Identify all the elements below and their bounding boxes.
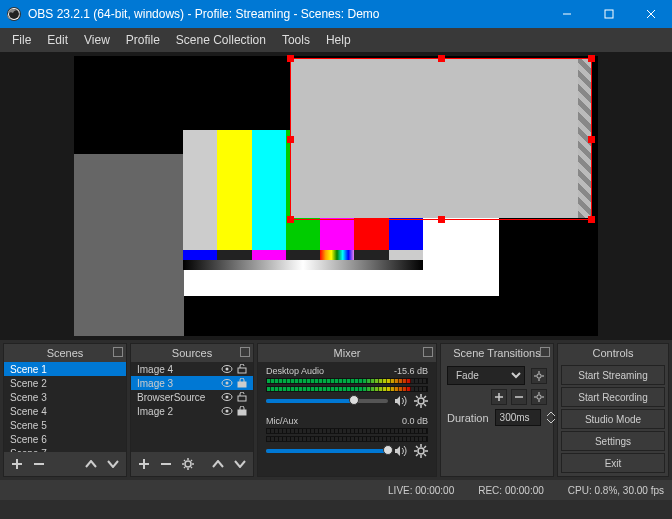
scene-item[interactable]: Scene 1 bbox=[4, 362, 126, 376]
audio-meter bbox=[266, 436, 428, 442]
source-item[interactable]: BrowserSource bbox=[131, 390, 253, 404]
add-transition-button[interactable] bbox=[491, 389, 507, 405]
scene-transitions-panel: Scene Transitions Fade Duration bbox=[440, 343, 554, 477]
move-scene-down-button[interactable] bbox=[106, 457, 120, 471]
audio-meter bbox=[266, 386, 428, 392]
move-source-up-button[interactable] bbox=[211, 457, 225, 471]
close-button[interactable] bbox=[630, 0, 672, 28]
scenes-title: Scenes bbox=[4, 344, 126, 362]
transition-select[interactable]: Fade bbox=[447, 366, 525, 385]
remove-source-button[interactable] bbox=[159, 457, 173, 471]
color-bars-sub-icon bbox=[183, 250, 423, 260]
source-properties-button[interactable] bbox=[181, 457, 195, 471]
preview-area[interactable] bbox=[0, 52, 672, 340]
lock-icon[interactable] bbox=[237, 392, 247, 402]
pop-out-icon[interactable] bbox=[540, 347, 550, 357]
control-button-settings[interactable]: Settings bbox=[561, 431, 665, 451]
menu-tools[interactable]: Tools bbox=[274, 29, 318, 51]
maximize-button[interactable] bbox=[588, 0, 630, 28]
window-title: OBS 23.2.1 (64-bit, windows) - Profile: … bbox=[28, 7, 546, 21]
status-bar: LIVE: 00:00:00 REC: 00:00:00 CPU: 0.8%, … bbox=[0, 480, 672, 500]
control-button-start-recording[interactable]: Start Recording bbox=[561, 387, 665, 407]
svg-line-39 bbox=[416, 396, 418, 398]
minimize-button[interactable] bbox=[546, 0, 588, 28]
control-button-exit[interactable]: Exit bbox=[561, 453, 665, 473]
move-source-down-button[interactable] bbox=[233, 457, 247, 471]
speaker-icon[interactable] bbox=[394, 444, 408, 458]
mixer-channel: Desktop Audio-15.6 dB bbox=[258, 362, 436, 412]
lock-icon[interactable] bbox=[237, 378, 247, 388]
svg-line-31 bbox=[191, 467, 192, 468]
menu-help[interactable]: Help bbox=[318, 29, 359, 51]
scene-item[interactable]: Scene 5 bbox=[4, 418, 126, 432]
svg-line-51 bbox=[424, 446, 426, 448]
sources-list[interactable]: Image 4Image 3BrowserSourceImage 2 bbox=[131, 362, 253, 452]
menu-edit[interactable]: Edit bbox=[39, 29, 76, 51]
move-scene-up-button[interactable] bbox=[84, 457, 98, 471]
remove-transition-button[interactable] bbox=[511, 389, 527, 405]
source-item[interactable]: Image 3 bbox=[131, 376, 253, 390]
transition-settings-button[interactable] bbox=[531, 389, 547, 405]
remove-scene-button[interactable] bbox=[32, 457, 46, 471]
svg-line-48 bbox=[416, 446, 418, 448]
duration-spinner[interactable] bbox=[547, 410, 555, 426]
scenes-panel: Scenes Scene 1Scene 2Scene 3Scene 4Scene… bbox=[3, 343, 127, 477]
scene-item[interactable]: Scene 3 bbox=[4, 390, 126, 404]
scene-item[interactable]: Scene 6 bbox=[4, 432, 126, 446]
volume-slider[interactable] bbox=[266, 449, 388, 453]
obs-logo-icon bbox=[6, 6, 22, 22]
svg-line-42 bbox=[424, 396, 426, 398]
menubar: File Edit View Profile Scene Collection … bbox=[0, 28, 672, 52]
volume-slider[interactable] bbox=[266, 399, 388, 403]
pop-out-icon[interactable] bbox=[113, 347, 123, 357]
lock-icon[interactable] bbox=[237, 364, 247, 374]
preview-canvas[interactable] bbox=[74, 56, 598, 336]
menu-scene-collection[interactable]: Scene Collection bbox=[168, 29, 274, 51]
pop-out-icon[interactable] bbox=[240, 347, 250, 357]
source-rect-gray bbox=[290, 58, 578, 218]
visibility-icon[interactable] bbox=[221, 406, 233, 416]
svg-rect-15 bbox=[238, 382, 246, 387]
svg-point-43 bbox=[418, 448, 424, 454]
svg-point-20 bbox=[226, 410, 229, 413]
mixer-title: Mixer bbox=[258, 344, 436, 362]
pop-out-icon[interactable] bbox=[423, 347, 433, 357]
visibility-icon[interactable] bbox=[221, 392, 233, 402]
source-item[interactable]: Image 4 bbox=[131, 362, 253, 376]
channel-settings-icon[interactable] bbox=[414, 394, 428, 408]
add-scene-button[interactable] bbox=[10, 457, 24, 471]
menu-view[interactable]: View bbox=[76, 29, 118, 51]
gradient-strip-icon bbox=[183, 260, 423, 270]
source-label: Image 2 bbox=[137, 406, 173, 417]
visibility-icon[interactable] bbox=[221, 364, 233, 374]
control-button-studio-mode[interactable]: Studio Mode bbox=[561, 409, 665, 429]
duration-input[interactable] bbox=[495, 409, 541, 426]
scene-item[interactable]: Scene 2 bbox=[4, 376, 126, 390]
status-live: LIVE: 00:00:00 bbox=[388, 485, 454, 496]
sources-panel: Sources Image 4Image 3BrowserSourceImage… bbox=[130, 343, 254, 477]
svg-point-60 bbox=[537, 395, 541, 399]
scene-transitions-title: Scene Transitions bbox=[441, 344, 553, 362]
controls-title: Controls bbox=[558, 344, 668, 362]
scenes-list[interactable]: Scene 1Scene 2Scene 3Scene 4Scene 5Scene… bbox=[4, 362, 126, 452]
source-item[interactable]: Image 2 bbox=[131, 404, 253, 418]
svg-line-32 bbox=[184, 467, 185, 468]
source-label: Image 3 bbox=[137, 378, 173, 389]
channel-name: Mic/Aux bbox=[266, 416, 298, 426]
scenes-toolbar bbox=[4, 452, 126, 476]
controls-body: Start StreamingStart RecordingStudio Mod… bbox=[558, 362, 668, 476]
speaker-icon[interactable] bbox=[394, 394, 408, 408]
menu-profile[interactable]: Profile bbox=[118, 29, 168, 51]
svg-rect-21 bbox=[238, 410, 246, 415]
channel-settings-icon[interactable] bbox=[414, 444, 428, 458]
svg-point-25 bbox=[185, 461, 191, 467]
control-button-start-streaming[interactable]: Start Streaming bbox=[561, 365, 665, 385]
menu-file[interactable]: File bbox=[4, 29, 39, 51]
scene-item[interactable]: Scene 4 bbox=[4, 404, 126, 418]
lock-icon[interactable] bbox=[237, 406, 247, 416]
channel-db: 0.0 dB bbox=[402, 416, 428, 426]
visibility-icon[interactable] bbox=[221, 378, 233, 388]
add-source-button[interactable] bbox=[137, 457, 151, 471]
svg-point-14 bbox=[226, 382, 229, 385]
transition-properties-button[interactable] bbox=[531, 368, 547, 384]
